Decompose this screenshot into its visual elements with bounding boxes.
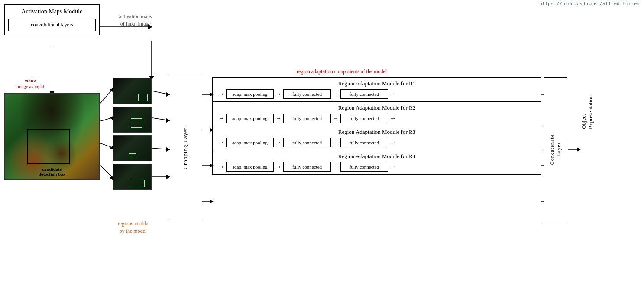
cropping-layer: Cropping Layer — [169, 76, 201, 221]
ram-4-arrow-3: → — [390, 163, 396, 170]
detection-label: candidatedetection box — [39, 166, 66, 177]
watermark: https://blog.csdn.net/alfred_torres — [539, 1, 640, 6]
detection-box — [27, 129, 70, 164]
cropping-layer-text: Cropping Layer — [182, 127, 189, 169]
ram-1-comp-0: adap. max pooling — [226, 89, 274, 99]
input-image: candidatedetection box — [4, 93, 100, 180]
ram-1-comp-1: fully connected — [283, 89, 331, 99]
ram-2-title: Region Adaptation Module for R2 — [216, 104, 537, 111]
ram-3: Region Adaptation Module for R3 → adap. … — [213, 126, 541, 150]
ram-3-comp-2: fully connected — [340, 138, 388, 147]
ram-2-arrow-2: → — [333, 115, 339, 122]
ram-2-row: → adap. max pooling → fully connected → … — [216, 114, 537, 123]
region-thumbnails — [113, 78, 152, 190]
ram-1-row: → adap. max pooling → fully connected → … — [216, 89, 537, 99]
svg-line-16 — [152, 118, 169, 120]
ram-3-comp-0: adap. max pooling — [226, 138, 274, 147]
region-thumb-4 — [113, 164, 152, 190]
region-thumb-2 — [113, 107, 152, 133]
ram-2-comp-0: adap. max pooling — [226, 114, 274, 123]
ram-4-comp-0: adap. max pooling — [226, 162, 274, 172]
svg-marker-35 — [577, 147, 581, 152]
ram-3-arrow-3: → — [390, 139, 396, 146]
ram-2-comp-2: fully connected — [340, 114, 388, 123]
activation-module-title: Activation Maps Module — [8, 8, 96, 15]
regions-visible-label: regions visibleby the model — [113, 220, 152, 235]
ram-4: Region Adaptation Module for R4 → adap. … — [213, 150, 541, 174]
svg-line-8 — [100, 118, 112, 121]
ram-2-comp-1: fully connected — [283, 114, 331, 123]
svg-line-14 — [152, 91, 169, 94]
ram-1-arrow-0: → — [218, 91, 224, 97]
ram-1-comp-2: fully connected — [340, 89, 388, 99]
ram-2-arrow-3: → — [390, 115, 396, 122]
ram-1-title: Region Adaptation Module for R1 — [216, 80, 537, 87]
ram-4-arrow-2: → — [333, 163, 339, 170]
ram-4-comp-2: fully connected — [340, 162, 388, 172]
region-adapt-label: region adaptation components of the mode… — [297, 68, 387, 75]
svg-line-12 — [100, 165, 112, 177]
main-container: Activation Maps Module convolutional lay… — [0, 0, 644, 9]
ram-3-arrow-1: → — [275, 139, 282, 146]
ram-2: Region Adaptation Module for R2 → adap. … — [213, 102, 541, 126]
ram-3-row: → adap. max pooling → fully connected → … — [216, 138, 537, 147]
ram-1-arrow-3: → — [390, 91, 396, 97]
svg-line-6 — [100, 90, 112, 104]
ram-2-arrow-0: → — [218, 115, 224, 122]
ram-3-comp-1: fully connected — [283, 138, 331, 147]
svg-line-10 — [100, 143, 112, 147]
ram-1-arrow-2: → — [333, 91, 339, 97]
ram-4-row: → adap. max pooling → fully connected → … — [216, 162, 537, 172]
concatenate-layer-text: ConcatenateLayer — [549, 134, 562, 165]
region-thumb-1 — [113, 78, 152, 104]
ram-1-arrow-1: → — [275, 91, 282, 97]
ram-3-arrow-2: → — [333, 139, 339, 146]
ram-2-arrow-1: → — [275, 115, 282, 122]
ram-4-arrow-1: → — [275, 163, 282, 170]
activation-maps-label: activation mapsof input image — [119, 13, 152, 28]
region-thumb-3 — [113, 135, 152, 161]
ram-4-comp-1: fully connected — [283, 162, 331, 172]
conv-layers-box: convolutional layers — [8, 19, 96, 31]
svg-line-18 — [152, 148, 169, 149]
region-modules-container: Region Adaptation Module for R1 → adap. … — [212, 77, 541, 175]
activation-maps-module: Activation Maps Module convolutional lay… — [4, 4, 100, 35]
entire-image-label: entireimage as input — [13, 77, 48, 90]
ram-3-title: Region Adaptation Module for R3 — [216, 129, 537, 136]
ram-3-arrow-0: → — [218, 139, 224, 146]
svg-marker-29 — [210, 199, 214, 204]
concatenate-layer: ConcatenateLayer — [544, 77, 567, 222]
ram-1: Region Adaptation Module for R1 → adap. … — [213, 78, 541, 102]
ram-4-arrow-0: → — [218, 163, 224, 170]
ram-4-title: Region Adaptation Module for R4 — [216, 153, 537, 160]
object-representation: Object Representation — [580, 95, 594, 129]
